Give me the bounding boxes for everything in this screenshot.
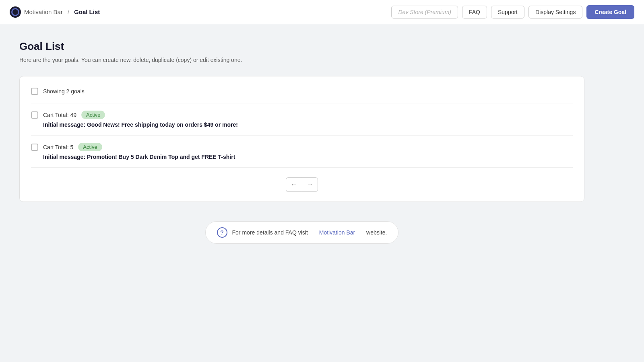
breadcrumb-page-name: Goal List bbox=[74, 8, 100, 15]
header-actions: Dev Store (Premium) FAQ Support Display … bbox=[391, 5, 634, 19]
motivation-bar-link[interactable]: Motivation Bar bbox=[319, 229, 355, 236]
select-all-checkbox[interactable] bbox=[31, 88, 38, 95]
footer-info-text-before: For more details and FAQ visit bbox=[232, 229, 308, 236]
breadcrumb-app-name: Motivation Bar bbox=[24, 8, 63, 15]
create-goal-button[interactable]: Create Goal bbox=[586, 5, 634, 19]
page-title: Goal List bbox=[19, 40, 584, 53]
logo-icon bbox=[11, 8, 19, 16]
next-page-button[interactable]: → bbox=[302, 177, 318, 192]
display-settings-button[interactable]: Display Settings bbox=[528, 6, 582, 19]
goal-item-2: Cart Total: 5 Active Initial message: Pr… bbox=[31, 136, 573, 168]
app-logo bbox=[10, 6, 21, 18]
prev-page-button[interactable]: ← bbox=[286, 177, 302, 192]
main-content: Goal List Here are the your goals. You c… bbox=[0, 24, 604, 260]
goal-1-checkbox[interactable] bbox=[31, 111, 38, 119]
goal-1-message: Initial message: Good News! Free shippin… bbox=[31, 121, 573, 128]
goal-item-1: Cart Total: 49 Active Initial message: G… bbox=[31, 103, 573, 136]
goal-2-title: Cart Total: 5 bbox=[43, 144, 73, 150]
footer-info-box: ? For more details and FAQ visit Motivat… bbox=[205, 221, 399, 244]
goal-2-checkbox[interactable] bbox=[31, 144, 38, 151]
support-button[interactable]: Support bbox=[491, 6, 524, 19]
faq-button[interactable]: FAQ bbox=[462, 6, 487, 19]
goals-count-row: Showing 2 goals bbox=[31, 88, 573, 103]
pagination: ← → bbox=[31, 177, 573, 192]
app-header: Motivation Bar / Goal List Dev Store (Pr… bbox=[0, 0, 644, 24]
goal-1-title: Cart Total: 49 bbox=[43, 112, 76, 118]
goals-count-label: Showing 2 goals bbox=[43, 88, 85, 95]
page-subtitle: Here are the your goals. You can create … bbox=[19, 57, 584, 63]
goal-2-header: Cart Total: 5 Active bbox=[31, 143, 573, 151]
footer-info: ? For more details and FAQ visit Motivat… bbox=[19, 221, 584, 244]
goal-1-status-badge: Active bbox=[81, 111, 105, 119]
help-icon: ? bbox=[217, 227, 227, 238]
breadcrumb: Motivation Bar / Goal List bbox=[10, 6, 100, 18]
store-selector-button[interactable]: Dev Store (Premium) bbox=[391, 6, 458, 19]
goal-2-message: Initial message: Promotion! Buy 5 Dark D… bbox=[31, 154, 573, 160]
footer-info-text-after: website. bbox=[366, 229, 387, 236]
goals-card: Showing 2 goals Cart Total: 49 Active In… bbox=[19, 76, 584, 202]
goal-2-status-badge: Active bbox=[78, 143, 102, 151]
goal-1-header: Cart Total: 49 Active bbox=[31, 111, 573, 119]
breadcrumb-separator: / bbox=[68, 8, 69, 15]
